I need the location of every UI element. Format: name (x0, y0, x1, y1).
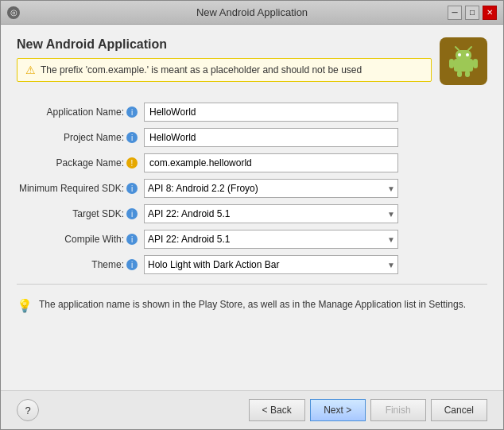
min-sdk-select[interactable]: API 8: Android 2.2 (Froyo) API 14: Andro… (144, 179, 398, 198)
page-header-text: New Android Application ⚠ The prefix 'co… (17, 37, 432, 82)
page-title: New Android Application (17, 37, 432, 52)
back-button[interactable]: < Back (249, 399, 305, 421)
app-name-info-icon[interactable]: i (126, 107, 138, 118)
theme-label: Theme: i (17, 259, 144, 270)
target-sdk-select-wrapper: API 22: Android 5.1 API 21: Android 5.0 … (144, 204, 398, 223)
svg-rect-9 (457, 71, 462, 77)
cancel-button[interactable]: Cancel (431, 399, 487, 421)
finish-button[interactable]: Finish (370, 399, 426, 421)
form-section: Application Name: i Project Name: i Pack… (17, 103, 487, 274)
warning-text: The prefix 'com.example.' is meant as a … (41, 64, 362, 76)
theme-info-icon[interactable]: i (126, 259, 138, 270)
min-sdk-select-wrapper: API 8: Android 2.2 (Froyo) API 14: Andro… (144, 179, 398, 198)
project-name-row: Project Name: i (17, 128, 487, 147)
android-logo (440, 37, 487, 85)
project-name-label: Project Name: i (17, 132, 144, 143)
svg-rect-2 (456, 50, 471, 60)
target-sdk-row: Target SDK: i API 22: Android 5.1 API 21… (17, 204, 487, 223)
compile-with-select[interactable]: API 22: Android 5.1 API 21: Android 5.0 (144, 230, 398, 249)
android-logo-svg (444, 41, 483, 81)
bulb-icon: 💡 (17, 298, 33, 313)
divider (17, 284, 487, 285)
spacer (17, 316, 487, 382)
svg-rect-8 (473, 59, 478, 68)
package-name-label: Package Name: ! (17, 157, 144, 169)
compile-with-label: Compile With: i (17, 234, 144, 245)
warning-icon: ⚠ (25, 64, 36, 76)
svg-rect-10 (465, 71, 470, 77)
min-sdk-label: Minimum Required SDK: i (17, 183, 144, 194)
svg-rect-7 (449, 59, 454, 68)
main-content: New Android Application ⚠ The prefix 'co… (1, 25, 503, 390)
window-icon: ◎ (7, 6, 20, 19)
package-name-row: Package Name: ! (17, 153, 487, 172)
warning-bar: ⚠ The prefix 'com.example.' is meant as … (17, 58, 432, 82)
info-section: 💡 The application name is shown in the P… (17, 294, 487, 316)
target-sdk-info-icon[interactable]: i (126, 208, 138, 219)
compile-with-select-wrapper: API 22: Android 5.1 API 21: Android 5.0 … (144, 230, 398, 249)
app-name-input[interactable] (144, 103, 398, 122)
title-bar-controls: ─ □ ✕ (448, 6, 497, 20)
help-button[interactable]: ? (17, 399, 39, 421)
theme-select[interactable]: Holo Light with Dark Action Bar Holo Lig… (144, 255, 398, 274)
window-title: New Android Application (196, 6, 308, 18)
title-bar-left: ◎ (7, 6, 20, 19)
title-bar: ◎ New Android Application ─ □ ✕ (1, 1, 503, 25)
target-sdk-label: Target SDK: i (17, 208, 144, 219)
close-button[interactable]: ✕ (483, 6, 497, 20)
app-name-label: Application Name: i (17, 107, 144, 118)
theme-select-wrapper: Holo Light with Dark Action Bar Holo Lig… (144, 255, 398, 274)
svg-point-3 (458, 53, 461, 56)
package-name-warn-icon[interactable]: ! (126, 157, 138, 169)
compile-with-info-icon[interactable]: i (126, 234, 138, 245)
compile-with-row: Compile With: i API 22: Android 5.1 API … (17, 230, 487, 249)
app-name-row: Application Name: i (17, 103, 487, 122)
main-window: ◎ New Android Application ─ □ ✕ New Andr… (0, 0, 504, 430)
theme-row: Theme: i Holo Light with Dark Action Bar… (17, 255, 487, 274)
svg-rect-1 (454, 59, 473, 72)
package-name-input[interactable] (144, 153, 398, 172)
maximize-button[interactable]: □ (465, 6, 479, 20)
button-bar: ? < Back Next > Finish Cancel (1, 390, 503, 429)
target-sdk-select[interactable]: API 22: Android 5.1 API 21: Android 5.0 (144, 204, 398, 223)
project-name-input[interactable] (144, 128, 398, 147)
project-name-info-icon[interactable]: i (126, 132, 138, 143)
minimize-button[interactable]: ─ (448, 6, 462, 20)
min-sdk-row: Minimum Required SDK: i API 8: Android 2… (17, 179, 487, 198)
min-sdk-info-icon[interactable]: i (126, 183, 138, 194)
nav-button-group: < Back Next > Finish Cancel (249, 399, 487, 421)
page-header: New Android Application ⚠ The prefix 'co… (17, 37, 487, 85)
svg-point-4 (466, 53, 469, 56)
next-button[interactable]: Next > (310, 399, 366, 421)
info-description: The application name is shown in the Pla… (39, 297, 466, 312)
